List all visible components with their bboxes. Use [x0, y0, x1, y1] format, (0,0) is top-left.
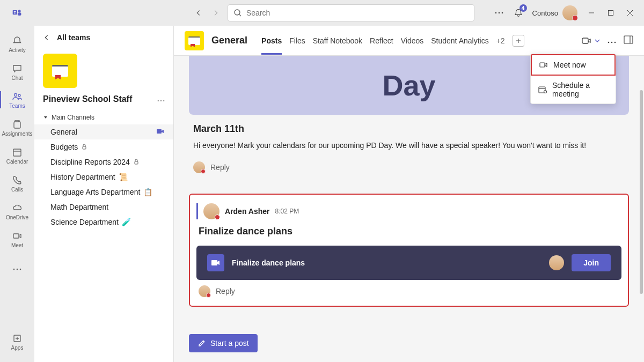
svg-point-13: [14, 93, 17, 96]
team-avatar: [43, 54, 77, 88]
meeting-camera-icon: [207, 254, 224, 271]
svg-rect-38: [540, 63, 545, 67]
open-pane-icon[interactable]: [624, 35, 633, 46]
svg-rect-15: [13, 149, 21, 156]
meeting-card[interactable]: Finalize dance plans Join: [196, 246, 621, 280]
svg-rect-27: [157, 129, 162, 134]
channel-discipline[interactable]: Discipline Reports 2024: [34, 154, 173, 169]
channel-title: General: [211, 35, 247, 46]
rail-assignments[interactable]: Assignments: [0, 114, 34, 142]
svg-rect-29: [135, 161, 138, 164]
minimize-button[interactable]: [582, 3, 601, 23]
svg-rect-32: [582, 38, 588, 43]
tab-files[interactable]: Files: [289, 27, 305, 55]
user-avatar[interactable]: [562, 5, 577, 20]
more-options-icon[interactable]: [489, 3, 509, 23]
tab-reflect[interactable]: Reflect: [370, 27, 393, 55]
channel-general[interactable]: General: [34, 124, 173, 139]
compose-area: Start a post: [174, 328, 644, 362]
svg-line-5: [239, 14, 241, 16]
post-timestamp: 8:02 PM: [275, 208, 299, 215]
back-button[interactable]: [191, 5, 206, 20]
author-avatar[interactable]: [203, 203, 219, 219]
meet-now-item[interactable]: Meet now: [531, 54, 616, 76]
rail-meet[interactable]: Meet: [0, 225, 34, 253]
start-post-button[interactable]: Start a post: [189, 334, 258, 352]
meet-dropdown-menu: Meet now Schedule a meeting: [530, 54, 616, 104]
test-tube-icon: 🧪: [122, 218, 131, 226]
titlebar: T 4 Contoso: [0, 0, 644, 26]
participant-avatar: [549, 255, 564, 270]
add-tab-button[interactable]: [513, 35, 524, 47]
svg-point-35: [614, 41, 616, 43]
channel-sidebar: All teams Pineview School Staff Main Cha…: [34, 26, 174, 362]
maximize-button[interactable]: [601, 3, 620, 23]
rail-chat[interactable]: Chat: [0, 58, 34, 86]
team-name: Pineview School Staff: [43, 94, 132, 104]
clipboard-icon: 📋: [143, 188, 152, 196]
svg-point-26: [163, 100, 164, 101]
svg-point-34: [611, 41, 613, 43]
svg-point-4: [235, 10, 240, 15]
svg-point-18: [13, 269, 15, 270]
lock-icon: [81, 144, 87, 150]
rail-activity[interactable]: Activity: [0, 30, 34, 58]
svg-point-25: [160, 100, 162, 101]
channel-avatar: [185, 31, 204, 50]
channel-header: General Posts Files Staff Notebook Refle…: [174, 26, 644, 56]
reply-button[interactable]: Reply: [193, 158, 625, 176]
join-meeting-button[interactable]: Join: [572, 254, 611, 271]
channels-section-header[interactable]: Main Channels: [34, 110, 173, 124]
scroll-icon: 📜: [119, 173, 128, 181]
close-button[interactable]: [620, 3, 640, 23]
channel-math[interactable]: Math Department: [34, 200, 173, 215]
search-icon: [233, 9, 242, 17]
tab-posts[interactable]: Posts: [261, 27, 282, 55]
chevron-left-icon: [43, 34, 50, 41]
chevron-down-icon: [595, 39, 600, 42]
rail-apps[interactable]: Apps: [0, 328, 34, 356]
notification-bell-icon[interactable]: 4: [509, 3, 528, 23]
svg-point-2: [18, 10, 21, 12]
forward-button[interactable]: [208, 5, 223, 20]
svg-point-24: [158, 100, 159, 101]
rail-calendar[interactable]: Calendar: [0, 142, 34, 169]
calendar-icon: [538, 86, 547, 93]
channel-language-arts[interactable]: Language Arts Department📋: [34, 184, 173, 200]
svg-point-6: [495, 12, 496, 14]
rail-onedrive[interactable]: OneDrive: [0, 197, 34, 225]
schedule-meeting-item[interactable]: Schedule a meeting: [531, 76, 616, 104]
avatar: [199, 285, 210, 297]
channel-more-icon[interactable]: [608, 36, 616, 45]
camera-icon: [539, 62, 548, 68]
org-name: Contoso: [532, 9, 558, 17]
rail-more[interactable]: [0, 255, 34, 283]
post-body: Hi everyone! Mark your calendars for our…: [193, 141, 625, 150]
reply-button[interactable]: Reply: [196, 280, 621, 297]
back-all-teams[interactable]: All teams: [34, 26, 173, 49]
search-box[interactable]: [228, 4, 474, 21]
tab-student-analytics[interactable]: Student Analytics: [431, 27, 488, 55]
avatar: [193, 161, 205, 173]
channel-budgets[interactable]: Budgets: [34, 139, 173, 154]
tab-videos[interactable]: Videos: [401, 27, 424, 55]
team-more-icon[interactable]: [157, 94, 165, 104]
channel-history[interactable]: History Department📜: [34, 169, 173, 184]
teams-logo-icon: T: [4, 8, 30, 18]
search-input[interactable]: [246, 9, 469, 17]
svg-rect-10: [609, 11, 613, 16]
rail-teams[interactable]: Teams: [0, 86, 34, 114]
rail-calls[interactable]: Calls: [0, 169, 34, 197]
tab-staff-notebook[interactable]: Staff Notebook: [313, 27, 362, 55]
compose-icon: [197, 339, 206, 348]
tab-overflow[interactable]: +2: [496, 36, 505, 45]
svg-rect-3: [18, 12, 21, 16]
svg-point-41: [544, 91, 547, 93]
channel-science[interactable]: Science Department🧪: [34, 215, 173, 230]
author-name[interactable]: Arden Asher: [225, 207, 270, 216]
scrollbar[interactable]: [640, 90, 643, 294]
meet-dropdown-button[interactable]: [582, 37, 600, 45]
book-icon: [188, 36, 200, 45]
app-rail: Activity Chat Teams Assignments Calendar…: [0, 26, 34, 362]
meeting-title: Finalize dance plans: [232, 258, 541, 267]
